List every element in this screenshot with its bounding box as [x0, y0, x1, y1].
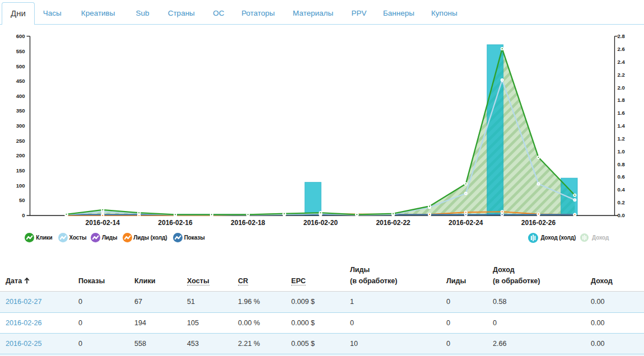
svg-text:2.6: 2.6 [618, 46, 625, 52]
svg-text:2016-02-26: 2016-02-26 [521, 219, 556, 227]
svg-text:250: 250 [16, 138, 25, 144]
svg-text:0.8: 0.8 [618, 161, 625, 167]
svg-text:200: 200 [16, 152, 25, 158]
svg-text:1.0: 1.0 [618, 148, 625, 154]
svg-text:0.0: 0.0 [618, 212, 625, 218]
svg-text:550: 550 [16, 48, 25, 54]
svg-text:2016-02-20: 2016-02-20 [304, 219, 338, 227]
svg-text:0.2: 0.2 [618, 199, 625, 205]
svg-text:2.0: 2.0 [618, 85, 625, 91]
svg-text:500: 500 [16, 63, 25, 69]
svg-text:2016-02-18: 2016-02-18 [231, 219, 265, 227]
svg-text:2016-02-22: 2016-02-22 [376, 219, 410, 227]
svg-text:450: 450 [16, 78, 25, 84]
svg-text:600: 600 [16, 33, 25, 39]
svg-text:400: 400 [16, 93, 25, 99]
svg-text:0.4: 0.4 [618, 186, 626, 193]
svg-text:0: 0 [22, 212, 25, 218]
svg-text:2016-02-24: 2016-02-24 [449, 219, 483, 227]
svg-text:2.8: 2.8 [618, 33, 625, 39]
svg-text:1.8: 1.8 [618, 97, 625, 103]
svg-text:0.6: 0.6 [618, 174, 625, 180]
svg-text:300: 300 [16, 123, 25, 129]
svg-text:2016-02-16: 2016-02-16 [158, 219, 193, 227]
svg-text:350: 350 [16, 107, 25, 114]
svg-text:2.4: 2.4 [618, 59, 626, 65]
svg-text:100: 100 [16, 182, 25, 189]
svg-text:50: 50 [19, 197, 25, 203]
svg-text:2.2: 2.2 [618, 72, 625, 78]
svg-text:1.2: 1.2 [618, 135, 625, 142]
svg-text:2016-02-14: 2016-02-14 [86, 219, 120, 227]
svg-text:1.6: 1.6 [618, 110, 625, 116]
svg-text:1.4: 1.4 [618, 123, 626, 129]
svg-text:150: 150 [16, 167, 25, 174]
